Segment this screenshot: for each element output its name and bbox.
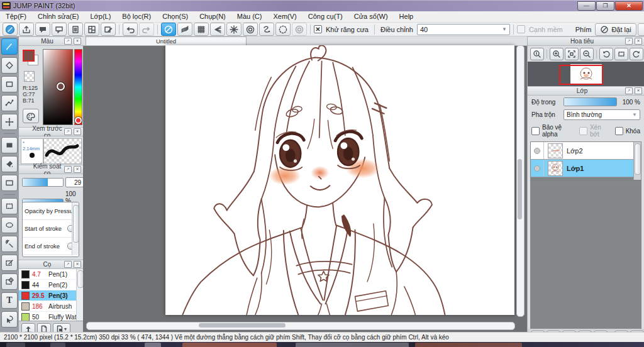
- options-scrollbar[interactable]: [72, 202, 79, 255]
- move-tool[interactable]: [1, 114, 18, 130]
- menu-color[interactable]: Màu (C): [231, 11, 268, 22]
- canvas-horizontal-scrollbar[interactable]: [86, 322, 515, 330]
- magic-wand-tool[interactable]: [1, 236, 18, 252]
- edit-canvas-button[interactable]: [101, 23, 116, 36]
- foreground-color-swatch[interactable]: [23, 50, 35, 62]
- popout-icon[interactable]: ↗: [64, 128, 72, 135]
- document-button[interactable]: [68, 23, 83, 36]
- select-eraser-tool[interactable]: [1, 273, 18, 290]
- brush-row[interactable]: 50 Fluffy Wat: [19, 312, 83, 321]
- minimize-button[interactable]: —: [577, 1, 596, 11]
- canvas-vertical-scrollbar[interactable]: [516, 45, 525, 317]
- close-icon[interactable]: ✕: [635, 38, 642, 45]
- vertical-scroll-thumb[interactable]: [518, 159, 522, 219]
- sv-picker-handle[interactable]: [57, 82, 65, 91]
- fit-window-button[interactable]: [565, 48, 579, 60]
- drawing-canvas[interactable]: [165, 45, 514, 315]
- saturation-value-picker[interactable]: [43, 49, 73, 125]
- fill-rect-tool[interactable]: [1, 137, 18, 153]
- layer-row-selected[interactable]: Lớp1: [531, 160, 641, 177]
- brush-size-value[interactable]: 29: [65, 177, 84, 187]
- shape-select-tool[interactable]: [1, 311, 18, 328]
- document-tab[interactable]: Untitled: [86, 36, 247, 45]
- brush-tool[interactable]: [1, 38, 18, 55]
- jump-upload-button[interactable]: [3, 23, 18, 36]
- navigator-preview[interactable]: [528, 62, 644, 86]
- gradient-tool[interactable]: [1, 175, 18, 191]
- menu-layer[interactable]: Lớp(L): [84, 11, 116, 22]
- close-icon[interactable]: ✕: [635, 87, 642, 94]
- hue-slider[interactable]: [74, 49, 82, 125]
- comment-box-button[interactable]: [52, 23, 67, 36]
- protect-alpha-checkbox[interactable]: [531, 127, 540, 135]
- clipping-checkbox[interactable]: [579, 127, 587, 135]
- reset-rotation-button[interactable]: [614, 48, 628, 60]
- brush-row[interactable]: 186 Airbrush: [19, 301, 83, 312]
- brush-size-slider[interactable]: [22, 178, 64, 187]
- snap-curve-button[interactable]: [259, 23, 274, 36]
- popout-icon[interactable]: ↗: [64, 261, 72, 268]
- taskbar-item[interactable]: [145, 343, 161, 347]
- snap-grid-button[interactable]: [194, 23, 209, 36]
- menu-window[interactable]: Cửa sổ(W): [348, 11, 394, 22]
- reset-button[interactable]: Đặt lại: [595, 23, 636, 36]
- select-pen-tool[interactable]: [1, 255, 18, 271]
- text-tool[interactable]: T: [1, 292, 18, 309]
- rotate-cw-button[interactable]: [630, 48, 643, 60]
- brush-row[interactable]: 44 Pen(2): [19, 280, 83, 290]
- close-icon[interactable]: ✕: [74, 128, 81, 135]
- zoom-in-button[interactable]: [550, 48, 564, 60]
- adjust-dropdown[interactable]: 40 ▼: [417, 24, 510, 35]
- brush-option-row[interactable]: Start of stroke: [23, 220, 79, 238]
- popout-icon[interactable]: ↗: [625, 87, 633, 94]
- layer-opacity-slider[interactable]: [564, 97, 617, 106]
- taskbar-item[interactable]: [6, 343, 25, 347]
- lasso-tool[interactable]: [1, 217, 18, 233]
- brush-list-scrollbar[interactable]: [76, 269, 83, 321]
- soft-edge-checkbox[interactable]: [517, 25, 525, 33]
- menu-edit[interactable]: Chỉnh sửa(E): [32, 11, 84, 22]
- brush-row[interactable]: 4.7 Pen(1): [19, 269, 83, 280]
- navigator-view-rect[interactable]: [559, 65, 603, 85]
- layer-visibility-toggle[interactable]: [531, 142, 544, 159]
- zoom-out-button[interactable]: [580, 48, 594, 60]
- brush-row-selected[interactable]: 29.5 Pen(3): [19, 290, 83, 301]
- taskbar-item[interactable]: [50, 343, 65, 347]
- snap-vanishing-button[interactable]: [210, 23, 225, 36]
- menu-tools[interactable]: Công cụ(T): [303, 11, 348, 22]
- undo-button[interactable]: [123, 23, 138, 36]
- menu-snap[interactable]: Chụp(N): [194, 11, 231, 22]
- layer-list-scrollbar[interactable]: [633, 142, 641, 180]
- close-button[interactable]: ✕: [615, 1, 643, 11]
- layer-row[interactable]: Lớp2: [531, 142, 641, 160]
- close-icon[interactable]: ✕: [74, 38, 81, 45]
- straight-line-button[interactable]: Tạo một đường thẳng: [638, 23, 644, 36]
- popout-icon[interactable]: ↗: [625, 38, 633, 45]
- brush-option-row[interactable]: Opacity by Pressu: [23, 202, 79, 220]
- snap-radial-button[interactable]: [226, 23, 242, 36]
- taskbar-item[interactable]: [296, 343, 409, 347]
- blend-mode-dropdown[interactable]: Bình thường ▼: [564, 109, 640, 120]
- snap-concentric-button[interactable]: [243, 23, 258, 36]
- menu-filter[interactable]: Bộ lọc(R): [116, 11, 157, 22]
- panel-layout-button[interactable]: [84, 23, 99, 36]
- lock-checkbox[interactable]: [615, 127, 623, 135]
- menu-help[interactable]: Help: [394, 11, 419, 22]
- transparent-swatch[interactable]: [24, 71, 35, 82]
- horizontal-scroll-thumb[interactable]: [199, 323, 286, 328]
- close-icon[interactable]: ✕: [74, 261, 81, 268]
- palette-button[interactable]: [23, 109, 39, 123]
- taskbar-item[interactable]: [182, 343, 277, 347]
- polyline-tool[interactable]: [1, 95, 18, 111]
- bucket-tool[interactable]: [1, 156, 18, 172]
- redo-button[interactable]: [139, 23, 154, 36]
- snap-ellipse-button[interactable]: [275, 23, 291, 36]
- hue-handle[interactable]: [75, 117, 82, 124]
- popout-icon[interactable]: ↗: [64, 38, 72, 45]
- rotate-ccw-button[interactable]: [599, 48, 613, 60]
- menu-view[interactable]: Xem(V): [267, 11, 302, 22]
- snap-parallel-button[interactable]: [177, 23, 192, 36]
- shape-tool[interactable]: [1, 76, 18, 92]
- eraser-tool[interactable]: [1, 57, 18, 74]
- maximize-button[interactable]: ❐: [596, 1, 614, 11]
